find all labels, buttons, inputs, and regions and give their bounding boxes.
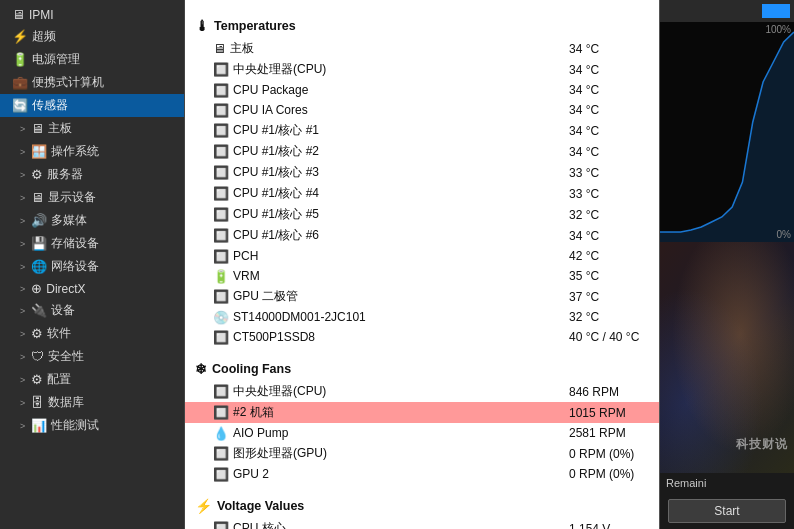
- database-icon: 🗄: [31, 395, 44, 410]
- sidebar-item-software[interactable]: > ⚙ 软件: [0, 322, 184, 345]
- usage-bar-0-label: 0%: [660, 229, 794, 242]
- fan-row-case2[interactable]: 🔲 #2 机箱 1015 RPM: [185, 402, 659, 423]
- display-icon: 🖥: [31, 190, 44, 205]
- security-arrow: >: [20, 352, 25, 362]
- temp-row-gpu-diode[interactable]: 🔲 GPU 二极管 37 °C: [185, 286, 659, 307]
- sidebar-item-ipmi[interactable]: 🖥 IPMI: [0, 4, 184, 25]
- sidebar-item-devices[interactable]: > 🔌 设备: [0, 299, 184, 322]
- temp-row-vrm[interactable]: 🔋 VRM 35 °C: [185, 266, 659, 286]
- sidebar-item-network[interactable]: > 🌐 网络设备: [0, 255, 184, 278]
- sidebar-item-media[interactable]: > 🔊 多媒体: [0, 209, 184, 232]
- database-arrow: >: [20, 398, 25, 408]
- mainboard-sensor-icon: 🖥: [213, 41, 226, 56]
- fan-row-cpu[interactable]: 🔲 中央处理器(CPU) 846 RPM: [185, 381, 659, 402]
- cooling-fans-icon: ❄: [195, 361, 207, 377]
- remaining-label: Remaini: [660, 473, 794, 493]
- pch-icon: 🔲: [213, 249, 229, 264]
- core3-icon: 🔲: [213, 165, 229, 180]
- core5-icon: 🔲: [213, 207, 229, 222]
- sidebar-item-portable[interactable]: 💼 便携式计算机: [0, 71, 184, 94]
- devices-arrow: >: [20, 306, 25, 316]
- software-icon: ⚙: [31, 326, 43, 341]
- voltage-row-cpu-core[interactable]: 🔲 CPU 核心 1.154 V: [185, 518, 659, 529]
- display-arrow: >: [20, 193, 25, 203]
- cpu-package-icon: 🔲: [213, 83, 229, 98]
- core1-icon: 🔲: [213, 123, 229, 138]
- media-icon: 🔊: [31, 213, 47, 228]
- portable-icon: 💼: [12, 75, 28, 90]
- server-icon: ⚙: [31, 167, 43, 182]
- temperatures-label: Temperatures: [214, 19, 296, 33]
- right-panel: 100% 0% 科技财说 Remaini Start: [659, 0, 794, 529]
- security-icon: 🛡: [31, 349, 44, 364]
- usage-area: 100% 0% 科技财说: [660, 22, 794, 473]
- cpu-sensor-icon: 🔲: [213, 62, 229, 77]
- sidebar-item-power[interactable]: 🔋 电源管理: [0, 48, 184, 71]
- benchmark-icon: 📊: [31, 418, 47, 433]
- temp-row-core4[interactable]: 🔲 CPU #1/核心 #4 33 °C: [185, 183, 659, 204]
- benchmark-arrow: >: [20, 421, 25, 431]
- fan-cpu-icon: 🔲: [213, 384, 229, 399]
- voltage-section-header: ⚡ Voltage Values: [185, 492, 659, 518]
- core4-icon: 🔲: [213, 186, 229, 201]
- cooling-fans-label: Cooling Fans: [212, 362, 291, 376]
- temperatures-icon: 🌡: [195, 18, 209, 34]
- temperatures-section-header: 🌡 Temperatures: [185, 12, 659, 38]
- sidebar-item-directx[interactable]: > ⊕ DirectX: [0, 278, 184, 299]
- ssd-icon: 🔲: [213, 330, 229, 345]
- sidebar-item-security[interactable]: > 🛡 安全性: [0, 345, 184, 368]
- temp-row-mainboard[interactable]: 🖥 主板 34 °C: [185, 38, 659, 59]
- temp-row-cpu[interactable]: 🔲 中央处理器(CPU) 34 °C: [185, 59, 659, 80]
- sidebar-item-storage[interactable]: > 💾 存储设备: [0, 232, 184, 255]
- temp-row-cpu-ia-cores[interactable]: 🔲 CPU IA Cores 34 °C: [185, 100, 659, 120]
- ipmi-icon: 🖥: [12, 7, 25, 22]
- temp-row-hdd[interactable]: 💿 ST14000DM001-2JC101 32 °C: [185, 307, 659, 327]
- temp-row-core1[interactable]: 🔲 CPU #1/核心 #1 34 °C: [185, 120, 659, 141]
- temp-row-cpu-package[interactable]: 🔲 CPU Package 34 °C: [185, 80, 659, 100]
- temp-row-core3[interactable]: 🔲 CPU #1/核心 #3 33 °C: [185, 162, 659, 183]
- config-arrow: >: [20, 375, 25, 385]
- sidebar: 🖥 IPMI ⚡ 超频 🔋 电源管理 💼 便携式计算机 🔄 传感器 > 🖥 主板…: [0, 0, 185, 529]
- temp-row-core5[interactable]: 🔲 CPU #1/核心 #5 32 °C: [185, 204, 659, 225]
- server-arrow: >: [20, 170, 25, 180]
- usage-chart: 100% 0%: [660, 22, 794, 242]
- cpu-ia-cores-icon: 🔲: [213, 103, 229, 118]
- gpu-diode-icon: 🔲: [213, 289, 229, 304]
- vrm-icon: 🔋: [213, 269, 229, 284]
- core6-icon: 🔲: [213, 228, 229, 243]
- sidebar-item-overclock[interactable]: ⚡ 超频: [0, 25, 184, 48]
- fan-case2-icon: 🔲: [213, 405, 229, 420]
- media-arrow: >: [20, 216, 25, 226]
- thumbnail-image: 科技财说: [660, 242, 794, 473]
- voltage-icon: ⚡: [195, 498, 212, 514]
- sidebar-item-database[interactable]: > 🗄 数据库: [0, 391, 184, 414]
- sidebar-item-benchmark[interactable]: > 📊 性能测试: [0, 414, 184, 437]
- sidebar-item-config[interactable]: > ⚙ 配置: [0, 368, 184, 391]
- sidebar-item-display[interactable]: > 🖥 显示设备: [0, 186, 184, 209]
- voltage-label: Voltage Values: [217, 499, 304, 513]
- right-top-bar: [660, 0, 794, 22]
- fan-gpu2-icon: 🔲: [213, 467, 229, 482]
- sidebar-item-sensor[interactable]: 🔄 传感器: [0, 94, 184, 117]
- fan-row-gpu2[interactable]: 🔲 GPU 2 0 RPM (0%): [185, 464, 659, 484]
- sensor-panel: 🌡 Temperatures 🖥 主板 34 °C 🔲 中央处理器(CPU) 3…: [185, 0, 659, 529]
- sidebar-item-server[interactable]: > ⚙ 服务器: [0, 163, 184, 186]
- directx-arrow: >: [20, 284, 25, 294]
- start-button[interactable]: Start: [668, 499, 786, 523]
- watermark-text: 科技财说: [736, 436, 788, 453]
- temp-row-core2[interactable]: 🔲 CPU #1/核心 #2 34 °C: [185, 141, 659, 162]
- voltage-cpu-core-icon: 🔲: [213, 521, 229, 529]
- hdd-icon: 💿: [213, 310, 229, 325]
- color-indicator: [762, 4, 790, 18]
- storage-arrow: >: [20, 239, 25, 249]
- power-icon: 🔋: [12, 52, 28, 67]
- temp-row-core6[interactable]: 🔲 CPU #1/核心 #6 34 °C: [185, 225, 659, 246]
- storage-icon: 💾: [31, 236, 47, 251]
- mainboard-icon: 🖥: [31, 121, 44, 136]
- sidebar-item-mainboard[interactable]: > 🖥 主板: [0, 117, 184, 140]
- sidebar-item-os[interactable]: > 🪟 操作系统: [0, 140, 184, 163]
- fan-row-gpu[interactable]: 🔲 图形处理器(GPU) 0 RPM (0%): [185, 443, 659, 464]
- temp-row-pch[interactable]: 🔲 PCH 42 °C: [185, 246, 659, 266]
- fan-row-aio[interactable]: 💧 AIO Pump 2581 RPM: [185, 423, 659, 443]
- temp-row-ssd[interactable]: 🔲 CT500P1SSD8 40 °C / 40 °C: [185, 327, 659, 347]
